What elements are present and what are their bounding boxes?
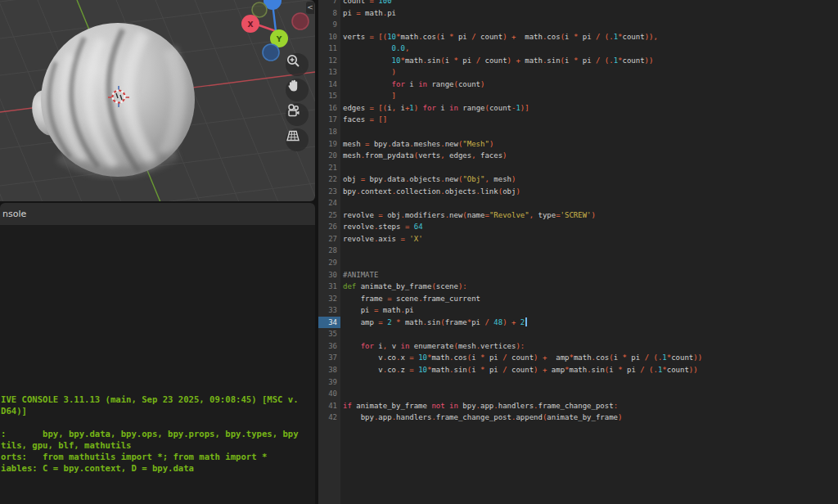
line-number: 12 <box>318 55 340 67</box>
code-line[interactable]: 20mesh.from_pydata(verts, edges, faces) <box>318 150 838 162</box>
code-text: #ANIMATE <box>340 269 378 281</box>
code-line[interactable]: 18 <box>318 126 838 138</box>
line-number: 40 <box>318 388 340 400</box>
camera-icon <box>286 103 300 118</box>
line-number: 32 <box>318 293 340 305</box>
code-line[interactable]: 10verts = [(10*math.cos(i * pi / count) … <box>318 31 838 43</box>
line-number: 16 <box>318 102 340 115</box>
line-number: 36 <box>318 340 340 353</box>
console-panel[interactable]: IVE CONSOLE 3.11.13 (main, Sep 23 2025, … <box>0 225 315 504</box>
line-number: 10 <box>318 31 340 43</box>
line-number: 28 <box>318 245 340 257</box>
line-number: 42 <box>318 412 340 424</box>
code-text <box>340 197 343 209</box>
code-line[interactable]: 38 v.co.z = 10*math.sin(i * pi / count) … <box>318 364 838 376</box>
line-number: 13 <box>318 66 340 79</box>
code-line[interactable]: 37 v.co.x = 10*math.cos(i * pi / count) … <box>318 352 838 364</box>
code-line[interactable]: 15 ] <box>318 90 838 102</box>
pan-button[interactable] <box>286 79 309 101</box>
console-line: : bpy, bpy.data, bpy.ops, bpy.props, bpy… <box>1 428 299 439</box>
viewport-scene: X Y <box>0 0 315 201</box>
code-text: for i, v in enumerate(mesh.vertices): <box>340 340 525 353</box>
zoom-button[interactable] <box>286 53 309 76</box>
console-line: iables: C = bpy.context, D = bpy.data <box>1 462 299 474</box>
code-line[interactable]: 23bpy.context.collection.objects.link(ob… <box>318 186 838 198</box>
code-line[interactable]: 13 ) <box>318 66 838 79</box>
code-line[interactable]: 32 frame = scene.frame_current <box>318 293 838 305</box>
code-text: verts = [(10*math.cos(i * pi / count) + … <box>340 31 658 43</box>
line-number: 20 <box>318 150 340 162</box>
text-editor[interactable]: 7count = 1008pi = math.pi910verts = [(10… <box>318 0 838 504</box>
code-text <box>340 126 343 138</box>
code-line[interactable]: 11 0.0, <box>318 43 838 55</box>
code-line[interactable]: 33 pi = math.pi <box>318 304 838 317</box>
console-line: D64)] <box>1 405 299 416</box>
line-number: 39 <box>318 376 340 389</box>
code-line[interactable]: 36 for i, v in enumerate(mesh.vertices): <box>318 340 838 353</box>
code-text <box>340 19 343 31</box>
console-header[interactable]: nsole <box>0 203 315 225</box>
code-line[interactable]: 14 for i in range(count) <box>318 79 838 91</box>
code-line[interactable]: 40 <box>318 388 838 400</box>
code-lines: 7count = 1008pi = math.pi910verts = [(10… <box>318 0 838 424</box>
code-line[interactable]: 22obj = bpy.data.objects.new("Obj", mesh… <box>318 173 838 186</box>
code-line[interactable]: 29 <box>318 257 838 269</box>
code-text <box>340 245 343 257</box>
camera-view-button[interactable] <box>286 103 309 126</box>
code-line[interactable]: 34 amp = 2 * math.sin(frame*pi / 48) + 2 <box>318 317 838 329</box>
perspective-grid-icon <box>286 128 300 143</box>
gizmo-y-label: Y <box>276 35 282 43</box>
code-line[interactable]: 42 bpy.app.handlers.frame_change_post.ap… <box>318 412 838 424</box>
line-number: 21 <box>318 162 340 174</box>
code-text: mesh = bpy.data.meshes.new("Mesh") <box>340 138 493 151</box>
code-text <box>340 257 343 269</box>
code-line[interactable]: 39 <box>318 376 838 389</box>
code-text: pi = math.pi <box>340 304 414 317</box>
nav-gizmo[interactable]: X Y <box>241 0 309 61</box>
code-line[interactable]: 9 <box>318 19 838 31</box>
line-number: 22 <box>318 173 340 186</box>
console-line <box>1 416 299 428</box>
code-line[interactable]: 12 10*math.sin(i * pi / count) + math.si… <box>318 55 838 67</box>
line-number: 29 <box>318 257 340 269</box>
code-line[interactable]: 21 <box>318 162 838 174</box>
line-number: 41 <box>318 400 340 412</box>
line-number: 7 <box>318 0 340 7</box>
code-line[interactable]: 30#ANIMATE <box>318 269 838 281</box>
code-line[interactable]: 26revolve.steps = 64 <box>318 221 838 233</box>
sidebar-toggle[interactable]: < <box>306 2 314 14</box>
line-number: 37 <box>318 352 340 364</box>
code-line[interactable]: 24 <box>318 197 838 209</box>
code-line[interactable]: 41if animate_by_frame not in bpy.app.han… <box>318 400 838 412</box>
line-number: 38 <box>318 364 340 376</box>
ortho-toggle-button[interactable] <box>286 128 309 151</box>
line-number: 27 <box>318 233 340 245</box>
code-text: revolve = obj.modifiers.new(name="Revolv… <box>340 209 596 222</box>
code-text <box>340 162 343 174</box>
line-number: 30 <box>318 269 340 281</box>
code-text: frame = scene.frame_current <box>340 293 480 305</box>
code-line[interactable]: 16edges = [(i, i+1) for i in range(count… <box>318 102 838 115</box>
code-line[interactable]: 27revolve.axis = 'X' <box>318 233 838 245</box>
console-line: IVE CONSOLE 3.11.13 (main, Sep 23 2025, … <box>1 394 299 405</box>
code-line[interactable]: 19mesh = bpy.data.meshes.new("Mesh") <box>318 138 838 151</box>
code-text: count = 100 <box>340 0 392 7</box>
code-line[interactable]: 28 <box>318 245 838 257</box>
code-line[interactable]: 8pi = math.pi <box>318 7 838 20</box>
code-line[interactable]: 35 <box>318 328 838 340</box>
code-text: edges = [(i, i+1) for i in range(count-1… <box>340 102 529 115</box>
code-line[interactable]: 7count = 100 <box>318 0 838 7</box>
line-number: 15 <box>318 90 340 102</box>
code-text <box>340 328 343 340</box>
line-number: 14 <box>318 79 340 91</box>
mesh-object[interactable] <box>28 23 195 177</box>
code-line[interactable]: 31def animate_by_frame(scene): <box>318 281 838 293</box>
code-line[interactable]: 17faces = [] <box>318 114 838 126</box>
code-text: for i in range(count) <box>340 79 484 91</box>
line-number: 9 <box>318 19 340 31</box>
code-line[interactable]: 25revolve = obj.modifiers.new(name="Revo… <box>318 209 838 222</box>
chevron-left-icon: < <box>307 3 313 11</box>
code-text: def animate_by_frame(scene): <box>340 281 467 293</box>
code-text: mesh.from_pydata(verts, edges, faces) <box>340 150 507 162</box>
viewport-3d[interactable]: X Y <box>0 0 315 201</box>
